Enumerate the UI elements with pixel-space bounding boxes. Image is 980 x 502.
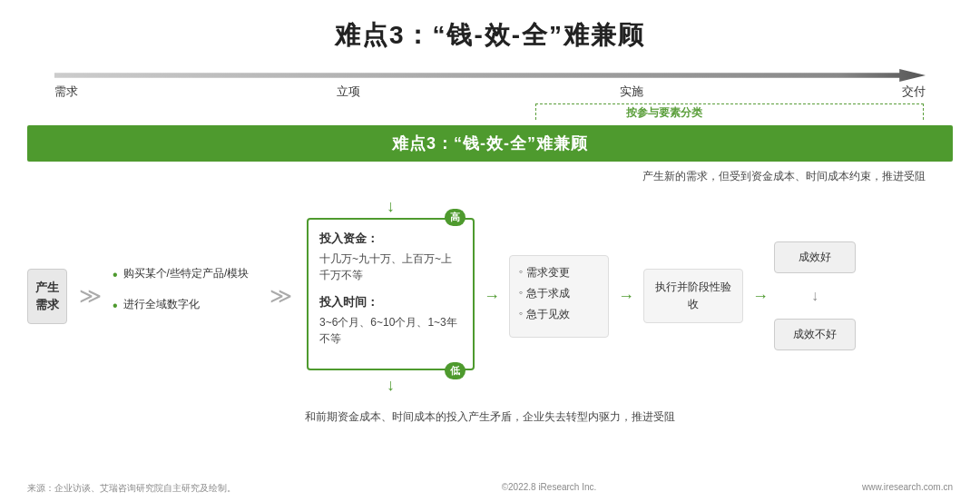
- footer: 来源：企业访谈、艾瑞咨询研究院自主研究及绘制。 ©2022.8 iResearc…: [27, 482, 953, 495]
- demand-box: 需求变更 急于求成 急于见效: [509, 255, 609, 338]
- timeline-label-implement: 实施: [620, 84, 643, 100]
- footer-copyright: ©2022.8 iResearch Inc.: [502, 482, 597, 495]
- result-bad: 成效不好: [774, 319, 856, 350]
- timeline-label-deliver: 交付: [902, 84, 926, 100]
- invest-title-1: 投入资金：: [319, 231, 462, 247]
- demand-item-2: 急于求成: [519, 286, 599, 301]
- arrow-2: ≫: [267, 283, 294, 309]
- invest-title-2: 投入时间：: [319, 294, 462, 310]
- main-title: 难点3：“钱-效-全”难兼顾: [27, 18, 953, 53]
- demand-item-1: 需求变更: [519, 265, 599, 281]
- timeline-labels: 需求 立项 实施 交付: [27, 84, 953, 100]
- arrow-bottom-down: ↓: [387, 376, 395, 395]
- bracket-label: 按参与要素分类: [626, 105, 702, 121]
- demand-item-3: 急于见效: [519, 307, 599, 322]
- invest-box: 高 投入资金： 十几万~九十万、上百万~上千万不等 投入时间： 3~6个月、6~…: [307, 218, 475, 370]
- right-section: 成效好 ↓ 成效不好: [774, 241, 856, 350]
- list-item-2: 进行全域数字化: [113, 296, 258, 316]
- arrow-5: →: [752, 287, 769, 306]
- left-box-label: 产生 需求: [35, 281, 59, 312]
- timeline-label-needs: 需求: [54, 84, 78, 100]
- arrow-3: →: [484, 287, 500, 306]
- footer-website: www.iresearch.com.cn: [862, 482, 953, 495]
- produce-needs-box: 产生 需求: [27, 269, 67, 324]
- footer-source: 来源：企业访谈、艾瑞咨询研究院自主研究及绘制。: [27, 482, 236, 495]
- result-good: 成效好: [774, 241, 856, 273]
- dotted-bracket: [535, 103, 924, 120]
- invest-content-1: 十几万~九十万、上百万~上千万不等: [319, 251, 462, 283]
- bottom-note: 和前期资金成本、时间成本的投入产生矛盾，企业失去转型内驱力，推进受阻: [27, 409, 953, 425]
- execute-box: 执行并阶段性验收: [643, 269, 743, 323]
- timeline-label-project: 立项: [337, 84, 360, 100]
- invest-label-high: 高: [445, 209, 466, 226]
- list-section: 购买某个/些特定产品/模块 进行全域数字化: [113, 265, 258, 328]
- arrow-4: →: [618, 287, 634, 306]
- arrow-top-down: ↓: [387, 197, 395, 216]
- invest-label-low: 低: [445, 362, 466, 379]
- arrow-1: ≫: [76, 283, 103, 309]
- top-note: 产生新的需求，但受到资金成本、时间成本约束，推进受阻: [27, 169, 953, 184]
- result-arrow: ↓: [774, 288, 856, 304]
- page-container: 难点3：“钱-效-全”难兼顾 需求 立项 实施 交付 按参与要素分类 难点3：“…: [0, 0, 980, 502]
- list-item-1: 购买某个/些特定产品/模块: [113, 265, 258, 285]
- green-header-bar: 难点3：“钱-效-全”难兼顾: [27, 125, 953, 162]
- invest-content-2: 3~6个月、6~10个月、1~3年不等: [319, 314, 462, 347]
